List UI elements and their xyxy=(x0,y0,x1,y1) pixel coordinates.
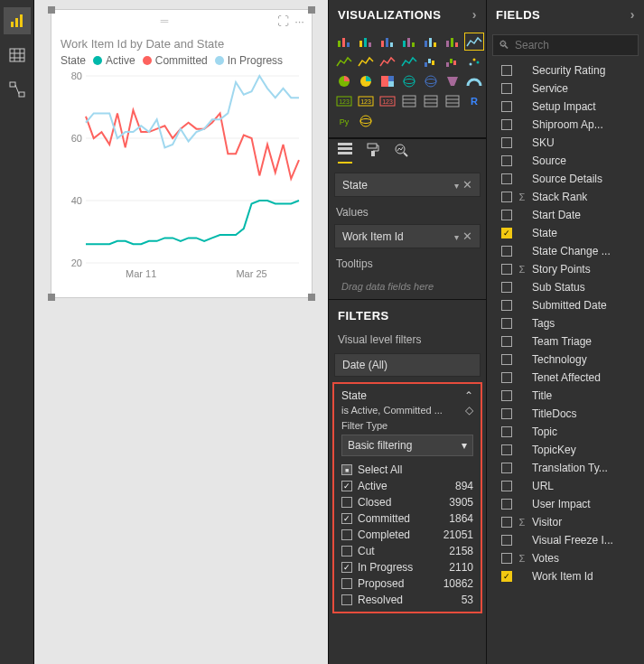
filter-option-resolved[interactable]: Resolved53 xyxy=(338,592,477,608)
viz-type-area[interactable] xyxy=(334,52,354,70)
viz-type-py-visual[interactable]: Py xyxy=(334,112,354,130)
fields-search[interactable]: 🔍︎ xyxy=(492,34,639,56)
viz-type-ribbon[interactable] xyxy=(421,52,441,70)
legend-field-well[interactable]: State ▾✕ xyxy=(334,173,481,197)
chevron-down-icon[interactable]: ▾ xyxy=(454,232,459,242)
field-title[interactable]: ΣTitle xyxy=(487,387,644,405)
viz-type-treemap[interactable] xyxy=(378,72,397,90)
collapse-filter-icon[interactable]: ⌃ xyxy=(464,389,473,402)
collapse-icon[interactable]: › xyxy=(630,7,635,22)
fields-tab[interactable] xyxy=(338,143,352,164)
viz-type-pie[interactable] xyxy=(334,72,354,90)
viz-type-line-stacked-column[interactable] xyxy=(378,52,397,70)
more-options-icon[interactable]: ··· xyxy=(294,14,304,28)
viz-type-kpi[interactable]: 123 xyxy=(378,92,397,110)
filter-option-closed[interactable]: Closed3905 xyxy=(338,494,477,510)
viz-type-line-clustered-column[interactable] xyxy=(399,52,419,70)
filter-option-committed[interactable]: Committed1864 xyxy=(338,510,477,527)
viz-type-waterfall[interactable] xyxy=(443,52,462,70)
filter-type-select[interactable]: Basic filtering ▾ xyxy=(341,435,473,456)
field-setup-impact[interactable]: ΣSetup Impact xyxy=(487,98,644,116)
viz-type-stacked-column[interactable] xyxy=(356,33,376,51)
field-titledocs[interactable]: ΣTitleDocs xyxy=(487,405,644,423)
field-topickey[interactable]: ΣTopicKey xyxy=(487,441,644,459)
data-view-button[interactable] xyxy=(4,42,31,69)
viz-type-table[interactable] xyxy=(421,92,441,110)
viz-type-multi-row-card[interactable]: 123 xyxy=(356,92,376,110)
filter-option-proposed[interactable]: Proposed10862 xyxy=(338,575,477,592)
filter-option-active[interactable]: Active894 xyxy=(338,478,477,494)
field-security-rating[interactable]: ΣSecurity Rating xyxy=(487,61,644,79)
field-source-details[interactable]: ΣSource Details xyxy=(487,170,644,188)
field-votes[interactable]: ΣVotes xyxy=(487,549,644,567)
viz-type-gauge[interactable] xyxy=(464,72,484,90)
field-team-triage[interactable]: ΣTeam Triage xyxy=(487,332,644,351)
field-source[interactable]: ΣSource xyxy=(487,152,644,170)
viz-type-slicer[interactable] xyxy=(399,92,419,110)
viz-type-clustered-column[interactable] xyxy=(399,33,419,51)
filter-option-in-progress[interactable]: In Progress2110 xyxy=(338,559,477,575)
viz-type-arc-gis[interactable] xyxy=(356,112,376,130)
resize-handle[interactable] xyxy=(308,6,315,14)
viz-type-donut[interactable] xyxy=(356,72,376,90)
field-technology[interactable]: ΣTechnology xyxy=(487,351,644,369)
model-view-button[interactable] xyxy=(4,76,31,103)
collapse-icon[interactable]: › xyxy=(472,7,477,22)
field-visitor[interactable]: ΣVisitor xyxy=(487,513,644,531)
values-field-well[interactable]: Work Item Id ▾✕ xyxy=(334,224,481,248)
field-submitted-date[interactable]: ΣSubmitted Date xyxy=(487,296,644,314)
checkbox-icon xyxy=(341,464,352,475)
field-user-impact[interactable]: ΣUser Impact xyxy=(487,495,644,513)
remove-field-icon[interactable]: ✕ xyxy=(462,178,472,192)
viz-type-map[interactable] xyxy=(399,72,419,90)
viz-type-matrix[interactable] xyxy=(443,92,462,110)
filter-option-select-all[interactable]: Select All xyxy=(338,462,477,478)
field-service[interactable]: ΣService xyxy=(487,79,644,98)
filter-option-cut[interactable]: Cut2158 xyxy=(338,543,477,559)
viz-type-100-stacked-bar[interactable] xyxy=(421,33,441,51)
viz-type-funnel[interactable] xyxy=(443,72,462,90)
viz-type-line[interactable] xyxy=(464,33,484,51)
field-state[interactable]: ΣState xyxy=(487,224,644,242)
tooltips-placeholder[interactable]: Drag data fields here xyxy=(334,276,481,297)
search-input[interactable] xyxy=(515,39,644,51)
analytics-tab[interactable] xyxy=(394,143,408,164)
viz-type-clustered-bar[interactable] xyxy=(378,33,397,51)
clear-filter-icon[interactable]: ◇ xyxy=(465,404,473,416)
field-sub-status[interactable]: ΣSub Status xyxy=(487,278,644,296)
chevron-down-icon[interactable]: ▾ xyxy=(454,181,459,191)
field-tags[interactable]: ΣTags xyxy=(487,314,644,332)
field-story-points[interactable]: ΣStory Points xyxy=(487,260,644,278)
viz-type-stacked-area[interactable] xyxy=(356,52,376,70)
viz-type-filled-map[interactable] xyxy=(421,72,441,90)
resize-handle[interactable] xyxy=(308,294,315,301)
resize-handle[interactable] xyxy=(48,294,55,301)
field-url[interactable]: ΣURL xyxy=(487,477,644,495)
remove-field-icon[interactable]: ✕ xyxy=(462,229,472,243)
focus-mode-icon[interactable]: ⛶ xyxy=(277,14,289,28)
viz-type-card[interactable]: 123 xyxy=(334,92,354,110)
report-canvas[interactable]: ═ ⛶ ··· Work Item Id by Date and State S… xyxy=(34,0,328,664)
field-translation-ty-[interactable]: ΣTranslation Ty... xyxy=(487,459,644,477)
grip-icon[interactable]: ═ xyxy=(161,14,171,27)
viz-type-r-visual[interactable]: R xyxy=(464,92,484,110)
field-start-date[interactable]: ΣStart Date xyxy=(487,206,644,224)
filter-option-completed[interactable]: Completed21051 xyxy=(338,527,477,543)
field-shiproom-ap-[interactable]: ΣShiproom Ap... xyxy=(487,116,644,134)
report-view-button[interactable] xyxy=(4,7,31,34)
field-stack-rank[interactable]: ΣStack Rank xyxy=(487,188,644,206)
field-visual-freeze-i-[interactable]: ΣVisual Freeze I... xyxy=(487,531,644,549)
viz-type-100-stacked-column[interactable] xyxy=(443,33,462,51)
field-sku[interactable]: ΣSKU xyxy=(487,134,644,152)
field-tenet-affected[interactable]: ΣTenet Affected xyxy=(487,369,644,387)
viz-type-scatter[interactable] xyxy=(464,52,484,70)
line-chart-visual[interactable]: ═ ⛶ ··· Work Item Id by Date and State S… xyxy=(51,9,313,298)
field-topic[interactable]: ΣTopic xyxy=(487,423,644,441)
field-state-change-[interactable]: ΣState Change ... xyxy=(487,242,644,260)
date-filter-card[interactable]: Date (All) xyxy=(334,353,481,377)
viz-type-stacked-bar[interactable] xyxy=(334,33,354,51)
chart-plot: 20406080Mar 11Mar 25 xyxy=(61,70,304,283)
format-tab[interactable] xyxy=(367,143,379,164)
field-work-item-id[interactable]: ΣWork Item Id xyxy=(487,567,644,585)
resize-handle[interactable] xyxy=(48,6,55,14)
